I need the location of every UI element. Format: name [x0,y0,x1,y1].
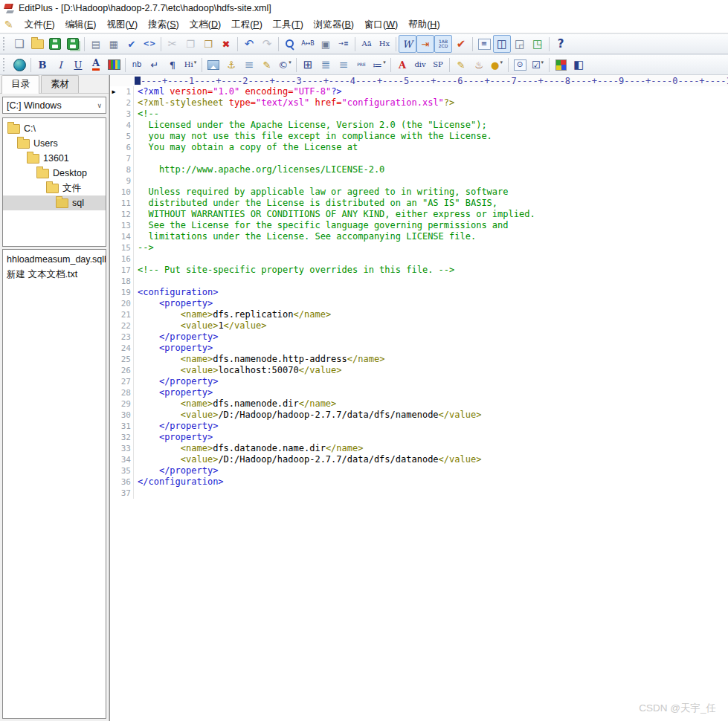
tree-item[interactable]: 文件 [3,181,106,195]
paragraph-button[interactable]: ¶ [164,56,181,74]
code-text: <configuration> [138,287,218,298]
tree-item[interactable]: sql [3,195,106,210]
menu-item-browser[interactable]: 浏览器(B) [309,17,359,33]
cursor-line-marker [110,376,117,387]
horizontal-rule-button[interactable]: ≡ [240,56,258,74]
menu-item-view[interactable]: 视图(V) [101,17,143,33]
paragraph-align-button[interactable]: ≣ [317,56,335,74]
convert-case-button[interactable]: 1AB 2CD [434,35,452,53]
tree-item[interactable]: C:\ [3,121,106,136]
special-char-button[interactable]: © [276,56,294,74]
menu-item-tools[interactable]: 工具(T) [268,17,309,33]
editplus-app-icon[interactable] [4,4,14,13]
anchor-button[interactable]: ⚓ [222,56,240,74]
menu-item-project[interactable]: 工程(P) [226,17,268,33]
file-item[interactable]: hhloadmeasum_day.sql [7,254,104,265]
replace-button[interactable]: A↔B [299,35,317,53]
copy-button[interactable]: ❐ [181,35,199,53]
undo-button[interactable]: ↶ [240,35,258,53]
set-font-button[interactable]: Aā [358,35,376,53]
code-line: 9 [110,175,728,187]
applet-button[interactable]: ♨ [470,56,488,74]
color-palette-button[interactable] [105,56,123,74]
menu-item-edit[interactable]: 编辑(E) [60,17,102,33]
cursor-line-marker [110,387,117,398]
code-editing-area[interactable]: ▶1<?xml version="1.0" encoding="UTF-8"?>… [110,86,728,721]
menu-items: 文件(F)编辑(E)视图(V)搜索(S)文档(D)工程(P)工具(T)浏览器(B… [19,17,445,33]
code-text: WITHOUT WARRANTIES OR CONDITIONS OF ANY … [138,209,535,220]
div-tag-button[interactable]: div [411,56,429,74]
tree-item[interactable]: 13601 [3,151,106,166]
menu-item-document[interactable]: 文档(D) [184,17,226,33]
redo-button[interactable]: ↷ [258,35,276,53]
anchor-style-button[interactable]: A [393,56,411,74]
font-color-button[interactable]: A [87,56,105,74]
word-wrap-button[interactable]: W [399,35,416,53]
tree-item[interactable]: Desktop [3,166,106,181]
save-all-button[interactable] [64,35,82,53]
open-file-button[interactable] [28,35,46,53]
form-checkbox-button[interactable]: ☑ [529,56,547,74]
list-button[interactable]: ≔ [370,56,388,74]
browser-view-button[interactable] [10,56,28,74]
goto-line-button[interactable]: →≣ [335,35,352,53]
save-button[interactable] [46,35,64,53]
insert-table-button[interactable]: ⊞ [299,56,317,74]
preformatted-button[interactable]: PRE [352,56,370,74]
drive-selector[interactable]: [C:] Windows ∨ [2,97,106,114]
objects-button[interactable]: ● [488,56,506,74]
menu-item-file[interactable]: 文件(F) [19,17,60,33]
tree-item[interactable]: Users [3,136,106,151]
heading-button[interactable]: Hi [181,56,199,74]
print-button[interactable]: ▦ [105,35,123,53]
center-text-button[interactable]: ≡ [335,56,352,74]
word-wrap-w-icon: W [402,39,412,49]
gutter-separator [133,131,134,142]
cut-button[interactable]: ✂ [164,35,181,53]
paste-button[interactable]: ❒ [199,35,217,53]
nbsp-button[interactable]: nb [128,56,146,74]
open-folder-icon [31,39,44,49]
syntax-check-button[interactable]: ✔ [452,35,470,53]
menu-item-search[interactable]: 搜索(S) [143,17,184,33]
web-colors-button[interactable] [552,56,570,74]
delete-button[interactable]: ✖ [217,35,235,53]
span-tag-button[interactable]: SP [429,56,447,74]
cursor-line-marker [110,443,117,454]
menu-item-help[interactable]: 帮助(H) [403,17,445,33]
view-source-button[interactable]: <> [141,35,158,53]
italic-button[interactable]: I [51,56,69,74]
script-edit-button[interactable]: ✎ [452,56,470,74]
comment-note-button[interactable]: ✎ [258,56,276,74]
tab-directory[interactable]: 目录 [1,75,39,94]
tab-cliptext[interactable]: 素材 [41,75,79,93]
toolbar-separator [237,37,238,51]
auto-indent-button[interactable]: ⇥ [416,35,434,53]
palette-icon [108,59,120,70]
bold-button[interactable]: B [33,56,51,74]
find-in-files-button[interactable]: ▣ [317,35,335,53]
cursor-line-marker [110,287,117,298]
form-radio-button[interactable]: ⊙ [511,56,529,74]
drive-selector-value: [C:] Windows [7,100,62,111]
file-item[interactable]: 新建 文本文档.txt [7,269,77,279]
print-preview-button[interactable]: ▤ [87,35,105,53]
menu-item-window[interactable]: 窗口(W) [359,17,403,33]
anchor-icon: ⚓ [227,60,236,70]
frame-layout-button[interactable]: ◧ [570,56,587,74]
context-help-button[interactable]: ? [552,35,570,53]
insert-image-button[interactable] [204,56,222,74]
document-list-button[interactable]: ≡ [475,35,493,53]
file-item[interactable]: hhloadmeasure.sql [104,254,106,265]
directory-panel-button[interactable]: ◫ [493,35,511,53]
underline-button[interactable]: U [69,56,87,74]
toolbar-main: ❏▤▦✔<>✂❐❒✖↶↷A↔B▣→≣AāHxW⇥1AB 2CD✔≡◫◲◳? [0,33,728,54]
gutter-separator [133,276,134,287]
new-file-button[interactable]: ❏ [10,35,28,53]
find-button[interactable] [281,35,299,53]
spell-check-button[interactable]: ✔ [123,35,141,53]
hex-viewer-button[interactable]: Hx [376,35,393,53]
browser-preview-button[interactable]: ◲ [511,35,529,53]
line-break-button[interactable]: ↵ [146,56,164,74]
new-window-button[interactable]: ◳ [529,35,547,53]
